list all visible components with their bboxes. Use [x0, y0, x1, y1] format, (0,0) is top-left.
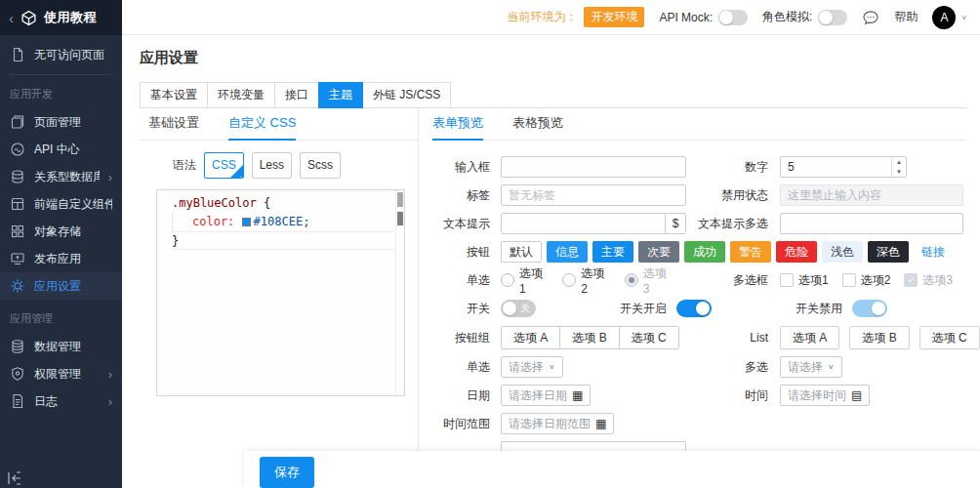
- switch-knob: [696, 302, 710, 315]
- button-link[interactable]: 链接: [914, 241, 953, 263]
- feedback-chat-icon[interactable]: [862, 9, 879, 26]
- tab-basic-settings[interactable]: 基本设置: [140, 82, 208, 108]
- syntax-option-less[interactable]: Less: [252, 152, 292, 179]
- tab-theme[interactable]: 主题: [318, 82, 363, 108]
- tab-env-variables[interactable]: 环境变量: [207, 82, 275, 108]
- button-primary[interactable]: 主要: [592, 241, 633, 263]
- switch-on[interactable]: [676, 300, 712, 317]
- css-code-editor[interactable]: .myBlueColor { color: #108CEE; }: [156, 189, 405, 396]
- button-dark[interactable]: 深色: [868, 241, 909, 263]
- number-field[interactable]: [780, 156, 907, 178]
- sidebar-item-no-access-page[interactable]: 无可访问页面: [0, 41, 122, 68]
- sidebar-item-relational-database[interactable]: 关系型数据库 ›: [0, 163, 122, 190]
- tab-base-settings[interactable]: 基础设置: [148, 108, 199, 140]
- preview-panel: 表单预览 表格预览 输入框 数字: [419, 108, 966, 452]
- text-hint-multi-field[interactable]: [780, 213, 963, 234]
- sidebar-item-label: 无可访问页面: [34, 47, 104, 63]
- chevron-right-icon: ›: [108, 368, 112, 381]
- sidebar-item-page-management[interactable]: 页面管理: [0, 108, 122, 136]
- content: 应用设置 基本设置 环境变量 接口 主题 外链 JS/CSS 基础设置 自定义 …: [122, 35, 980, 488]
- form-row: 单选 选项1 选项2 选项3 多选框 ✓选项1 ✓选项2 ✓选项3: [432, 269, 966, 291]
- radio-option-1[interactable]: 选项1: [501, 265, 549, 296]
- checkbox-option-1[interactable]: ✓选项1: [780, 272, 829, 289]
- spinner-down-icon[interactable]: ▼: [892, 167, 906, 177]
- time-picker[interactable]: 请选择时间▤: [780, 385, 870, 406]
- tab-external-js-css[interactable]: 外链 JS/CSS: [362, 82, 451, 108]
- button-secondary[interactable]: 次要: [638, 241, 679, 263]
- list-option-c[interactable]: 选项 C: [919, 326, 980, 349]
- sidebar-item-data-management[interactable]: 数据管理: [0, 333, 122, 360]
- buttons-label: 按钮: [432, 244, 490, 261]
- switch-on-label: 开关开启: [536, 301, 667, 317]
- sidebar-item-frontend-components[interactable]: 前端自定义组件: [0, 190, 122, 218]
- button-group-option-b[interactable]: 选项 B: [559, 326, 619, 349]
- multi-select-dropdown[interactable]: 请选择∨: [780, 356, 842, 378]
- multi-select-label: 多选: [686, 359, 768, 376]
- sidebar-header: ‹ 使用教程: [0, 0, 122, 35]
- code-line-1: .myBlueColor {: [172, 194, 394, 213]
- list-option-a[interactable]: 选项 A: [780, 326, 839, 349]
- user-menu[interactable]: A ∨: [932, 6, 967, 29]
- checkbox-option-2[interactable]: ✓选项2: [842, 272, 891, 289]
- sidebar-item-object-storage[interactable]: 对象存储: [0, 218, 122, 245]
- text-hint-field[interactable]: [501, 213, 666, 234]
- button-default[interactable]: 默认: [501, 241, 542, 263]
- radio-group-label: 单选: [432, 272, 490, 289]
- back-icon[interactable]: ‹: [9, 11, 14, 25]
- button-light[interactable]: 浅色: [822, 241, 863, 263]
- syntax-label: 语法: [173, 157, 196, 174]
- select-dropdown[interactable]: 请选择∨: [501, 356, 563, 378]
- button-danger[interactable]: 危险: [776, 241, 817, 263]
- editor-scrollbar[interactable]: [395, 190, 404, 395]
- tab-interface[interactable]: 接口: [274, 82, 319, 108]
- sidebar-item-app-settings[interactable]: 应用设置: [0, 272, 122, 300]
- sidebar-item-api-center[interactable]: API 中心: [0, 136, 122, 163]
- main-area: 当前环境为： 开发环境 API Mock: 角色模拟: 帮助 A ∨ 应用设置: [122, 0, 980, 488]
- input-box-field[interactable]: [501, 156, 686, 178]
- help-link[interactable]: 帮助: [894, 9, 918, 25]
- css-sub-tabs: 基础设置 自定义 CSS: [140, 108, 418, 141]
- tag-field[interactable]: [501, 184, 686, 206]
- color-swatch[interactable]: [242, 218, 251, 226]
- tab-form-preview[interactable]: 表单预览: [432, 108, 483, 140]
- avatar: A: [932, 6, 956, 29]
- sidebar-item-logs[interactable]: 日志 ›: [0, 387, 122, 415]
- calendar-icon: ▦: [595, 417, 606, 430]
- tab-custom-css[interactable]: 自定义 CSS: [228, 108, 296, 140]
- disabled-field: [780, 184, 963, 206]
- button-group-option-c[interactable]: 选项 C: [619, 326, 679, 349]
- spinner-up-icon[interactable]: ▲: [892, 157, 906, 167]
- document-icon: [10, 47, 25, 62]
- switch-knob: [872, 302, 885, 315]
- date-range-picker[interactable]: 请选择日期范围▦: [501, 413, 614, 434]
- date-picker[interactable]: 请选择日期▦: [501, 385, 591, 406]
- scrollbar-handle[interactable]: [397, 212, 403, 225]
- data-database-icon: [10, 339, 25, 354]
- collapse-sidebar-icon[interactable]: [7, 471, 22, 485]
- button-info[interactable]: 信息: [547, 241, 588, 263]
- role-simulation-toggle[interactable]: [818, 10, 847, 25]
- environment-label: 当前环境为：: [507, 9, 577, 25]
- calendar-icon: ▦: [572, 388, 583, 402]
- syntax-option-css[interactable]: CSS ✓: [204, 152, 244, 179]
- button-group-option-a[interactable]: 选项 A: [501, 326, 560, 349]
- sidebar-item-permission-management[interactable]: 权限管理 ›: [0, 360, 122, 387]
- switch-off[interactable]: 关: [501, 300, 536, 317]
- radio-option-2[interactable]: 选项2: [562, 265, 610, 296]
- syntax-option-scss[interactable]: Scss: [300, 152, 341, 179]
- tab-table-preview[interactable]: 表格预览: [512, 108, 563, 140]
- list-option-b[interactable]: 选项 B: [849, 326, 909, 349]
- storage-grid-icon: [10, 224, 25, 239]
- button-warning[interactable]: 警告: [730, 241, 771, 263]
- scrollbar-handle[interactable]: [397, 192, 403, 207]
- theme-panels: 基础设置 自定义 CSS 语法 CSS ✓ Less Scss: [140, 108, 966, 452]
- footer-bar: 保存: [244, 451, 980, 488]
- sidebar-item-publish-app[interactable]: 发布应用: [0, 245, 122, 272]
- select-label: 单选: [432, 359, 490, 376]
- button-success[interactable]: 成功: [684, 241, 725, 263]
- form-row: 标签 禁用状态: [432, 184, 966, 206]
- api-mock-toggle[interactable]: [718, 10, 748, 25]
- disabled-state-label: 禁用状态: [686, 187, 768, 204]
- save-button[interactable]: 保存: [260, 457, 314, 488]
- topbar: 当前环境为： 开发环境 API Mock: 角色模拟: 帮助 A ∨: [122, 0, 980, 35]
